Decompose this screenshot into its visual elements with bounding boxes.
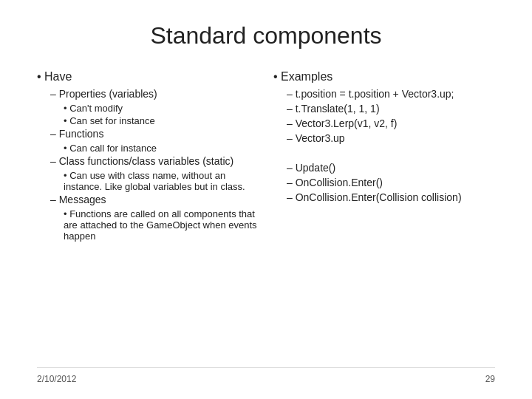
right-column: Examples t.position = t.position + Vecto…: [273, 70, 495, 360]
left-sub-can-call: Can call for instance: [64, 143, 259, 154]
right-item-update: Update(): [287, 162, 495, 174]
left-sub-functions-called: Functions are called on all components t…: [64, 208, 259, 242]
right-item-tposition: t.position = t.position + Vector3.up;: [287, 88, 495, 100]
left-item-properties: Properties (variables): [50, 88, 259, 100]
right-item-oncollision-collision: OnCollision.Enter(Collision collision): [287, 191, 495, 203]
content-area: Have Properties (variables) Can't modify…: [37, 70, 495, 360]
left-sub-cant-modify: Can't modify: [64, 103, 259, 114]
footer: 2/10/2012 29: [37, 367, 495, 384]
left-sub-class-use: Can use with class name, without an inst…: [64, 170, 259, 192]
right-item-ttranslate: t.Translate(1, 1, 1): [287, 103, 495, 115]
slide-title: Standard components: [37, 22, 495, 50]
left-sub-can-set: Can set for instance: [64, 115, 259, 126]
footer-page: 29: [485, 374, 495, 384]
left-column: Have Properties (variables) Can't modify…: [37, 70, 259, 360]
right-item-v3lerp: Vector3.Lerp(v1, v2, f): [287, 117, 495, 129]
right-item-v3up: Vector3.up: [287, 132, 495, 144]
right-section-header: Examples: [273, 70, 495, 83]
slide: Standard components Have Properties (var…: [0, 0, 532, 399]
left-section-header: Have: [37, 70, 259, 83]
left-item-class-functions: Class functions/class variables (static): [50, 155, 259, 167]
footer-date: 2/10/2012: [37, 374, 76, 384]
right-item-oncollision-enter: OnCollision.Enter(): [287, 177, 495, 188]
left-item-functions: Functions: [50, 128, 259, 140]
left-item-messages: Messages: [50, 194, 259, 205]
